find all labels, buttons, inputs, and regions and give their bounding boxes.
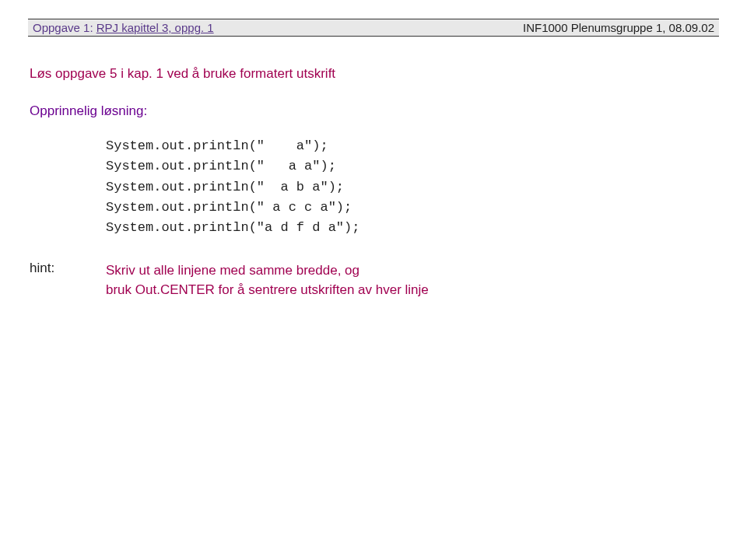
hint-text: Skriv ut alle linjene med samme bredde, … bbox=[106, 261, 429, 300]
header-bar: Oppgave 1: RPJ kapittel 3, oppg. 1 INF10… bbox=[28, 19, 719, 37]
section-label: Opprinnelig løsning: bbox=[30, 103, 719, 119]
document-page: Oppgave 1: RPJ kapittel 3, oppg. 1 INF10… bbox=[0, 0, 747, 319]
hint-row: hint: Skriv ut alle linjene med samme br… bbox=[30, 261, 719, 300]
code-line: System.out.println(" a c c a"); bbox=[106, 200, 352, 215]
header-prefix: Oppgave 1: bbox=[33, 21, 96, 34]
hint-line-2: bruk Out.CENTER for å sentrere utskrifte… bbox=[106, 282, 429, 297]
code-line: System.out.println(" a b a"); bbox=[106, 180, 344, 194]
hint-line-1: Skriv ut alle linjene med samme bredde, … bbox=[106, 263, 359, 278]
code-line: System.out.println(" a a"); bbox=[106, 159, 336, 173]
header-right: INF1000 Plenumsgruppe 1, 08.09.02 bbox=[523, 21, 714, 34]
code-block: System.out.println(" a"); System.out.pri… bbox=[106, 136, 719, 239]
hint-label: hint: bbox=[30, 261, 106, 300]
code-line: System.out.println(" a"); bbox=[106, 138, 328, 153]
header-chapter-link: RPJ kapittel 3, oppg. 1 bbox=[96, 21, 214, 34]
header-left: Oppgave 1: RPJ kapittel 3, oppg. 1 bbox=[33, 21, 214, 34]
code-line: System.out.println("a d f d a"); bbox=[106, 220, 359, 235]
task-title: Løs oppgave 5 i kap. 1 ved å bruke forma… bbox=[30, 66, 719, 82]
